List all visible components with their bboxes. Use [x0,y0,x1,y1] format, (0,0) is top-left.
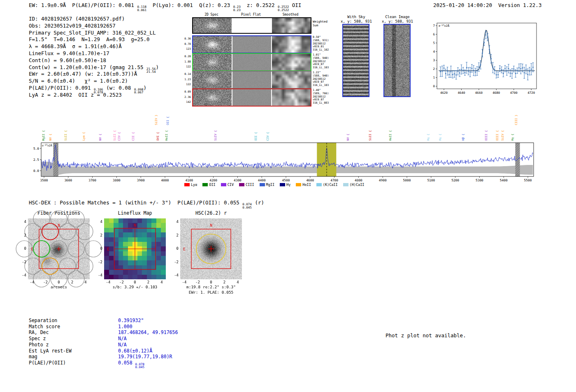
panel-ytick: -4 [19,273,26,277]
fiber-positions-title: Fiber Positions [28,210,90,216]
cutout-cell-canvas [272,36,311,53]
legend-swatch [260,183,265,186]
svg-text:OIII {: OIII { [496,130,499,141]
panel-xtick: -4 [105,280,112,284]
svg-text:2.5: 2.5 [33,158,39,162]
legend-item: (K)CaII [316,183,338,187]
clean-image-canvas [384,25,410,96]
svg-text:4800: 4800 [355,179,362,182]
cutout-row [192,71,311,89]
match-row-value: 1.000 [118,324,132,329]
svg-text:0: 0 [433,84,435,88]
svg-text:5000: 5000 [403,179,411,182]
svg-text:HeII {: HeII { [165,130,168,141]
match-row-label: Spec z [29,336,46,341]
panel-ytick: 4 [95,220,102,224]
legend-swatch [239,183,244,186]
stacked-fraction: 0.25220.2522 [278,5,289,12]
legend-swatch [202,183,208,186]
clean-image-title: Clean Image [375,15,420,19]
info-line: Cont(w) = 1.20(±0.01)e-17 (gmag 21.55 21… [29,64,159,71]
cutout-cell-canvas [272,89,311,106]
cutout-row [192,88,311,107]
match-row-value: 0.391932" [118,318,144,323]
svg-text:4200: 4200 [209,179,217,182]
svg-text:6: 6 [433,32,435,36]
svg-text:E: E [183,247,186,251]
svg-text:e-17x2Å: e-17x2Å [42,144,52,148]
legend-item: CIV [221,183,234,187]
hsc-r-overlay: NE [180,218,242,279]
cutout-cell-canvas [272,54,311,70]
info-line: F=1.5" T=0.146 N=1.29 A=0.93 g=25.0 [29,36,159,43]
panel-ytick: 4 [19,220,26,224]
svg-text:5.0: 5.0 [33,147,39,151]
cutout-column-header: 2D Spec [192,13,231,16]
legend-swatch [296,183,301,186]
full-spectrum-chart: 3500360037003800390040004100420043004400… [34,108,541,188]
panel-ytick: 0 [19,246,26,251]
hsc-r-title: HSC(26.2) r [180,210,242,216]
info-line: EWr = 2.60(±0.47) (w: 2.10(±0.37))Å [29,71,159,78]
svg-text:Hγ {: Hγ { [427,134,430,141]
fiber-positions-panel: NE [28,218,90,279]
svg-text:4700: 4700 [330,179,338,182]
cutout-cell-canvas [193,89,232,106]
svg-text:4500: 4500 [282,179,290,182]
info-line: P(LAE)/P(OII): 0.091 0.1060.078 (w: 0.08… [29,85,159,92]
spectrum-legend: LyαOIICIVCIIIMgIIHγHeII(K)CaII(H)CaII [184,183,364,187]
svg-text:N: N [58,223,60,227]
svg-text:3700: 3700 [88,179,96,182]
cutout-row [192,53,311,71]
cutout-cell-canvas [193,54,232,70]
panel-ytick: -4 [171,273,179,277]
match-row-value: 19.79(19.77,19.80)R [118,354,172,360]
svg-text:Hγ {: Hγ { [511,134,514,141]
svg-text:E: E [31,247,33,251]
panel-xtick: 4 [82,280,89,284]
with-sky-title: With Sky [334,15,379,19]
svg-text:OVI {: OVI { [156,132,160,141]
stacked-fraction: 0.0980.067 [134,88,144,94]
info-line: Obs: 20230512v019_4028192657 [29,23,159,30]
match-row-label: P(LAE)/P(OII) [29,360,66,366]
elixer-report-page: EW: 1.9±0.9Å P(LAE)/P(OII): 0.081 0.1180… [0,0,576,392]
svg-text:3: 3 [433,58,435,62]
cutout-cell-canvas [193,72,232,88]
svg-text:4900: 4900 [379,179,387,182]
panel-ytick: 2 [171,233,179,237]
cutout-row-annotation: 0.50"(588, 931)20230512v019_01316_LL_102 [313,36,339,52]
hsc-caption-1: m:19.8 re:2.2" s:0.3" [176,285,246,289]
cutout-row-left-labels: 0.360.78123 [180,36,191,52]
panel-xtick: 4 [234,280,242,284]
svg-text:N: N [210,223,212,227]
svg-text:3900: 3900 [137,179,145,182]
legend-swatch [280,183,285,186]
cutout-cell-canvas [193,36,232,53]
header-timestamp-version: 2025-01-20 14:00:20 Version 1.22.3 [433,2,541,8]
cutout-cell-canvas [272,72,311,88]
svg-text:HeII {: HeII { [389,130,392,141]
cutout-row-annotation: 1.22"(588, 940)20230512v019_07316_LL_103 [313,71,339,87]
match-row-value: 0.058 0.0780.045 [118,360,144,369]
panel-ytick: -2 [19,260,26,264]
hsc-r-panel: NE [180,218,242,279]
legend-item: HeII [296,183,311,187]
svg-text:Lyα {: Lyα { [82,132,86,141]
match-row-label: mag [29,354,37,360]
info-line: ID: 4028192657 (4028192657.pdf) [29,16,159,23]
svg-text:5: 5 [433,41,435,45]
svg-text:4300: 4300 [234,179,242,182]
legend-item: (H)CaII [343,183,365,187]
svg-text:NV {: NV { [99,134,102,141]
match-row-label: Est LyA rest-EW [29,348,72,354]
panel-xtick: 0 [55,280,63,284]
panel-xtick: 0 [207,280,215,284]
info-line: LineFlux = 9.40(±1.70)e-17 [29,50,159,57]
hsc-dex-summary: HSC-DEX : Possible Matches = 1 (within +… [29,199,264,209]
cutout-cell-canvas [193,18,232,33]
legend-swatch [316,183,322,186]
panel-ytick: 4 [171,220,179,224]
svg-text:5300: 5300 [476,179,483,182]
legend-item: OII [202,183,215,187]
